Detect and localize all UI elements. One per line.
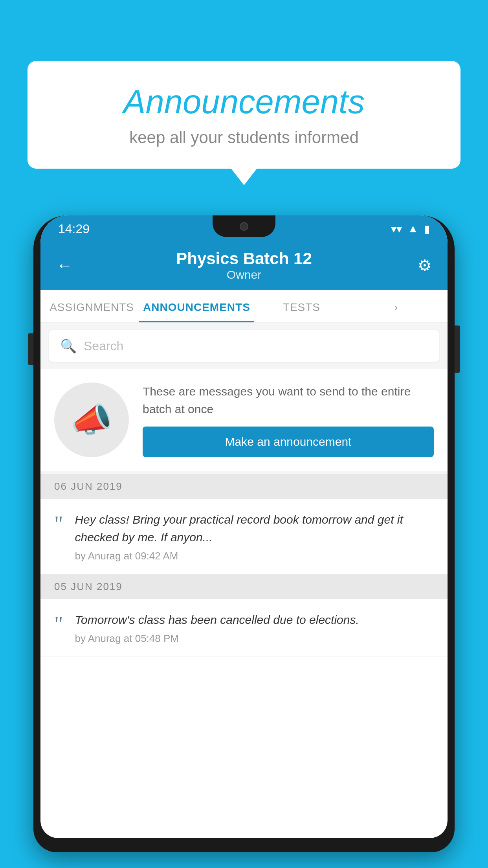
announcement-text-2: Tomorrow's class has been cancelled due …: [75, 611, 434, 629]
content-area: 🔍 Search 📣 These are messages you want t…: [40, 323, 448, 657]
tab-assignments[interactable]: ASSIGNMENTS: [44, 290, 139, 322]
announcement-item-1: " Hey class! Bring your practical record…: [40, 499, 448, 574]
status-icons: ▾▾ ▲ ▮: [391, 223, 430, 235]
tabs-container: ASSIGNMENTS ANNOUNCEMENTS TESTS ›: [40, 290, 448, 323]
speech-bubble-container: Announcements keep all your students inf…: [28, 61, 460, 169]
announcement-description: These are messages you want to send to t…: [143, 383, 434, 418]
quote-icon-2: ": [54, 613, 63, 634]
search-placeholder: Search: [84, 339, 123, 353]
search-icon: 🔍: [60, 338, 77, 354]
app-header: ← Physics Batch 12 Owner ⚙: [40, 242, 448, 290]
camera-dot: [240, 222, 248, 231]
announcement-content-1: Hey class! Bring your practical record b…: [75, 511, 434, 562]
quote-icon-1: ": [54, 513, 63, 534]
bubble-subtitle: keep all your students informed: [51, 128, 437, 147]
announcement-promo-right: These are messages you want to send to t…: [143, 383, 434, 457]
header-title: Physics Batch 12: [80, 249, 408, 268]
tab-tests[interactable]: TESTS: [254, 290, 349, 322]
status-time: 14:29: [58, 222, 90, 236]
announcement-item-2: " Tomorrow's class has been cancelled du…: [40, 599, 448, 657]
header-subtitle: Owner: [80, 268, 408, 281]
settings-button[interactable]: ⚙: [408, 256, 432, 274]
announcement-meta-2: by Anurag at 05:48 PM: [75, 633, 434, 645]
announcement-content-2: Tomorrow's class has been cancelled due …: [75, 611, 434, 645]
phone-notch: [213, 215, 275, 237]
tab-announcements[interactable]: ANNOUNCEMENTS: [139, 290, 254, 322]
search-container[interactable]: 🔍 Search: [49, 330, 439, 362]
announcement-promo: 📣 These are messages you want to send to…: [40, 369, 448, 471]
battery-icon: ▮: [424, 223, 430, 235]
back-button[interactable]: ←: [56, 256, 80, 275]
announcement-meta-1: by Anurag at 09:42 AM: [75, 550, 434, 562]
bubble-title: Announcements: [51, 83, 437, 121]
make-announcement-button[interactable]: Make an announcement: [143, 427, 434, 457]
phone-screen: 14:29 ▾▾ ▲ ▮ ← Physics Batch 12 Owner ⚙: [40, 215, 448, 838]
signal-icon: ▲: [407, 223, 418, 235]
megaphone-icon: 📣: [71, 400, 112, 440]
header-center: Physics Batch 12 Owner: [80, 249, 408, 281]
wifi-icon: ▾▾: [391, 223, 402, 235]
tab-more[interactable]: ›: [349, 290, 444, 322]
date-separator-2: 05 JUN 2019: [40, 574, 448, 599]
phone-frame: 14:29 ▾▾ ▲ ▮ ← Physics Batch 12 Owner ⚙: [33, 215, 455, 852]
phone-container: 14:29 ▾▾ ▲ ▮ ← Physics Batch 12 Owner ⚙: [33, 208, 455, 868]
date-separator-1: 06 JUN 2019: [40, 474, 448, 499]
speech-bubble: Announcements keep all your students inf…: [28, 61, 460, 169]
announcement-icon-circle: 📣: [54, 383, 129, 457]
announcement-text-1: Hey class! Bring your practical record b…: [75, 511, 434, 546]
